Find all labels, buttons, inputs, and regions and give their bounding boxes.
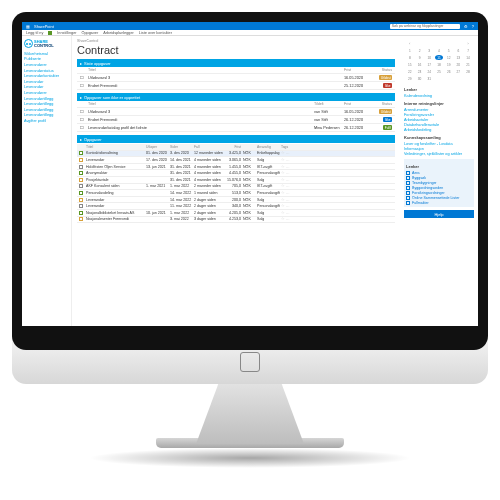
ribbon-item[interactable]: Liste over kontakter — [139, 31, 172, 35]
section-header: Kunnskapssamling — [404, 135, 474, 140]
logo: SHARECONTROL — [24, 39, 69, 48]
doc-icon — [406, 196, 410, 200]
sidebar-item[interactable]: Avgifter profil — [24, 118, 69, 124]
breadcrumb[interactable]: ShareControl — [77, 39, 395, 43]
star-icon[interactable]: ☆ … — [281, 211, 303, 215]
ribbon-item[interactable]: Innstillinger — [57, 31, 76, 35]
doc-icon — [79, 184, 83, 188]
mini-calendar[interactable]: ‹› 1234567 891011121314 15161718192021 2… — [404, 39, 474, 83]
task-row[interactable]: ☐Leverandørkatalog profil det følrsteMin… — [77, 124, 395, 132]
doc-icon — [406, 171, 410, 175]
star-icon[interactable]: ☆ … — [281, 178, 303, 182]
monitor-frame: ▦ SharePoint Søk på webinar og filopplas… — [12, 12, 488, 350]
contract-row[interactable]: Leverandør11. mar 20222 dager siden340,0… — [77, 203, 395, 210]
contract-row[interactable]: Nasjonalesenter Fremverdi3. mai 20223 da… — [77, 217, 395, 224]
suite-bar: ▦ SharePoint Søk på webinar og filopplas… — [22, 22, 478, 30]
contract-row[interactable]: AKF Konsulent siden1. mar 20211. mar 202… — [77, 184, 395, 191]
task-row[interactable]: ☐Utløbsvarsl 316.05.2020Utløbst — [77, 74, 395, 82]
help-button[interactable]: Hjelp — [404, 210, 474, 218]
panel-header[interactable]: ▸ Oppgaver — [77, 135, 395, 143]
page-title: Contract — [77, 44, 395, 56]
star-icon[interactable]: ☆ … — [281, 217, 303, 221]
ribbon-item[interactable]: Arbeidsplanlegger — [103, 31, 134, 35]
right-link[interactable]: Arbeidsfordeling — [404, 127, 474, 132]
add-prefix: Legg til ny — [26, 31, 43, 35]
doc-icon — [79, 171, 83, 175]
doc-icon — [79, 165, 83, 169]
task-row[interactable]: ☐Utløbsvarsl 3van Stift16.05.2020Utløbst — [77, 108, 395, 116]
contract-row[interactable]: Leverandør17. des 202014. des 20214 måne… — [77, 157, 395, 164]
doc-icon — [406, 191, 410, 195]
star-icon[interactable]: ☆ … — [281, 165, 303, 169]
search-input[interactable]: Søk på webinar og filopplastinger — [390, 24, 460, 29]
doc-icon — [79, 158, 83, 162]
star-icon[interactable]: ☆ … — [281, 191, 303, 195]
task-row[interactable]: ☐Endret Fremverdivan Stift26.12.2020Ikke — [77, 116, 395, 124]
doc-icon — [79, 217, 83, 221]
excel-icon[interactable] — [48, 31, 52, 35]
help-icon[interactable]: ? — [472, 24, 474, 29]
left-nav: SHARECONTROL SikkerhetsmålPubliserteLeve… — [22, 36, 72, 326]
right-panel: ‹› 1234567 891011121314 15161718192021 2… — [400, 36, 478, 326]
section-header: Lenker — [404, 87, 474, 92]
doc-icon — [79, 151, 83, 155]
right-link[interactable]: Kalenderordning — [404, 93, 474, 98]
panel-header[interactable]: ▸ Siste oppgaver — [77, 59, 395, 67]
right-link[interactable]: Fullmakter — [406, 200, 472, 205]
panel-header[interactable]: ▸ Oppgaver som ikke er opprettet — [77, 93, 395, 101]
contract-row[interactable]: Kontraktsforvaltning01. des 20203. des 2… — [77, 151, 395, 158]
star-icon[interactable]: ☆ … — [281, 151, 303, 155]
doc-icon — [406, 176, 410, 180]
doc-icon — [79, 198, 83, 202]
star-icon[interactable]: ☆ … — [281, 198, 303, 202]
doc-icon — [406, 186, 410, 190]
waffle-icon[interactable]: ▦ — [26, 24, 30, 29]
doc-icon — [406, 201, 410, 205]
star-icon[interactable]: ☆ … — [281, 158, 303, 162]
doc-icon — [79, 204, 83, 208]
doc-icon — [406, 181, 410, 185]
contract-row[interactable]: Leverandør14. mar 20222 dager siden200,0… — [77, 197, 395, 204]
contract-row[interactable]: Prosjektavtale31. des 20214 måneder side… — [77, 177, 395, 184]
app-name: SharePoint — [34, 24, 54, 29]
doc-icon — [79, 211, 83, 215]
main-content: ShareControl Contract ▸ Siste oppgaver T… — [72, 36, 400, 326]
logo-icon — [24, 39, 33, 48]
ribbon-item[interactable]: Oppgaver — [82, 31, 99, 35]
doc-icon — [79, 178, 83, 182]
contract-row[interactable]: Holdfristen Oljen Service13. jun 202131.… — [77, 164, 395, 171]
contract-row[interactable]: Personalavdeling14. mar 20221 måned side… — [77, 190, 395, 197]
contract-row[interactable]: Nasjonalbiblioteket Innsats AS10. jun 20… — [77, 210, 395, 217]
star-icon[interactable]: ☆ … — [281, 184, 303, 188]
section-header: Interne retningslinjer — [404, 101, 474, 106]
star-icon[interactable]: ☆ … — [281, 204, 303, 208]
link-box: LenkerAeraByggsøkTeambygningerByggordnin… — [404, 159, 474, 207]
right-link[interactable]: Veiledninger, sjekkllister og artikler — [404, 151, 474, 156]
star-icon[interactable]: ☆ … — [281, 171, 303, 175]
contract-row[interactable]: Anonymaktør31. des 20214 måneder siden4.… — [77, 170, 395, 177]
task-row[interactable]: ☐Endret Fremverdi25.12.2020Ikke — [77, 82, 395, 90]
screen: ▦ SharePoint Søk på webinar og filopplas… — [22, 22, 478, 326]
doc-icon — [79, 191, 83, 195]
settings-icon[interactable]: ⚙ — [464, 24, 468, 29]
